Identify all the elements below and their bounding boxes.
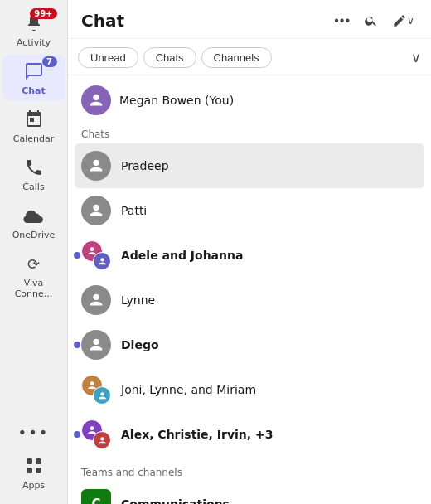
chat-item-adele-johanna[interactable]: Adele and Johanna <box>68 233 431 278</box>
teams-section-label: Teams and channels <box>68 460 431 482</box>
filter-channels[interactable]: Channels <box>201 47 272 68</box>
filter-expand-button[interactable]: ∨ <box>411 50 421 65</box>
self-avatar <box>81 85 111 115</box>
chat-item-diego[interactable]: Diego <box>68 322 431 367</box>
chat-item-lynne[interactable]: Lynne <box>68 278 431 322</box>
more-icon: ••• <box>18 424 50 441</box>
apps-label: Apps <box>22 480 45 491</box>
chat-list: Megan Bowen (You) Chats Pradeep Patti <box>68 75 431 504</box>
onedrive-label: OneDrive <box>12 230 56 240</box>
chat-name-joni-group: Joni, Lynne, and Miriam <box>121 383 256 396</box>
svg-point-9 <box>93 294 99 300</box>
svg-rect-0 <box>27 458 32 464</box>
sidebar-item-activity[interactable]: 99+ Activity <box>2 7 65 53</box>
sidebar-more[interactable]: ••• <box>2 419 65 446</box>
more-options-button[interactable]: ••• <box>331 10 354 32</box>
svg-rect-1 <box>36 458 41 464</box>
svg-rect-2 <box>27 468 32 473</box>
avatar-joni-group <box>81 375 111 405</box>
page-title: Chat <box>81 11 331 31</box>
header-icons: ••• ∨ <box>331 10 418 32</box>
svg-point-4 <box>93 94 99 100</box>
chat-item-alex-group[interactable]: Alex, Christie, Irvin, +3 <box>68 412 431 457</box>
self-name: Megan Bowen (You) <box>119 94 234 107</box>
avatar-patti <box>81 196 111 225</box>
apps-icon <box>22 454 46 477</box>
chat-item-joni-group[interactable]: Joni, Lynne, and Miriam <box>68 367 431 412</box>
sidebar-item-apps[interactable]: Apps <box>2 449 65 496</box>
svg-rect-3 <box>36 468 41 473</box>
calls-icon <box>22 156 46 179</box>
svg-point-13 <box>90 426 94 430</box>
compose-button[interactable]: ∨ <box>389 10 418 32</box>
onedrive-icon <box>22 204 46 227</box>
chat-name-diego: Diego <box>121 338 159 351</box>
chat-name-pradeep: Pradeep <box>121 159 169 172</box>
compose-icon <box>392 13 407 28</box>
chat-name-communications: Communications <box>121 497 230 504</box>
avatar-adele-johanna <box>81 240 111 270</box>
sidebar-item-calendar[interactable]: Calendar <box>2 103 65 149</box>
filter-bar: Unread Chats Channels ∨ <box>68 39 431 75</box>
chat-badge: 7 <box>42 56 57 67</box>
svg-point-11 <box>90 381 94 385</box>
self-entry[interactable]: Megan Bowen (You) <box>68 79 431 122</box>
compose-chevron: ∨ <box>407 15 414 27</box>
chat-name-adele-johanna: Adele and Johanna <box>121 249 243 262</box>
activity-label: Activity <box>17 37 51 48</box>
svg-point-5 <box>93 160 99 166</box>
search-icon <box>364 13 379 28</box>
search-button[interactable] <box>361 10 382 32</box>
viva-label: Viva Conne... <box>6 278 62 299</box>
sidebar-item-calls[interactable]: Calls <box>2 151 65 197</box>
svg-point-12 <box>100 392 104 395</box>
sidebar-item-chat[interactable]: 7 Chat <box>2 55 65 101</box>
calls-label: Calls <box>22 182 44 192</box>
avatar-pradeep <box>81 151 111 181</box>
svg-point-6 <box>93 205 99 211</box>
avatar-alex-group <box>81 419 111 449</box>
chat-item-patti[interactable]: Patti <box>68 188 431 233</box>
chats-section-label: Chats <box>68 122 431 143</box>
unread-dot-alex <box>74 431 80 438</box>
chat-item-pradeep[interactable]: Pradeep <box>75 143 424 188</box>
chat-name-patti: Patti <box>121 204 147 217</box>
sidebar: 99+ Activity 7 Chat Calendar Calls <box>0 0 68 504</box>
sidebar-item-onedrive[interactable]: OneDrive <box>2 199 65 245</box>
svg-point-8 <box>100 258 104 261</box>
svg-point-14 <box>100 437 104 440</box>
chat-item-communications[interactable]: C Communications <box>68 482 431 504</box>
sidebar-item-viva[interactable]: ⟳ Viva Conne... <box>2 247 65 304</box>
calendar-icon <box>22 108 46 131</box>
chat-label: Chat <box>22 85 46 96</box>
activity-badge: 99+ <box>30 8 56 19</box>
avatar-lynne <box>81 285 111 315</box>
header: Chat ••• ∨ <box>68 0 431 39</box>
unread-dot-adele <box>74 252 80 259</box>
viva-icon: ⟳ <box>22 252 46 275</box>
unread-dot-diego <box>74 342 80 348</box>
chat-name-lynne: Lynne <box>121 293 155 307</box>
avatar-diego <box>81 330 111 360</box>
svg-point-10 <box>93 339 99 345</box>
avatar-communications: C <box>81 489 111 504</box>
svg-point-7 <box>90 247 94 251</box>
calendar-label: Calendar <box>13 133 54 144</box>
more-options-icon: ••• <box>334 13 351 28</box>
chat-name-alex-group: Alex, Christie, Irvin, +3 <box>121 428 273 441</box>
main-panel: Chat ••• ∨ Unread Chats Channels ∨ <box>68 0 431 504</box>
filter-unread[interactable]: Unread <box>78 47 138 68</box>
filter-chats[interactable]: Chats <box>143 47 196 68</box>
